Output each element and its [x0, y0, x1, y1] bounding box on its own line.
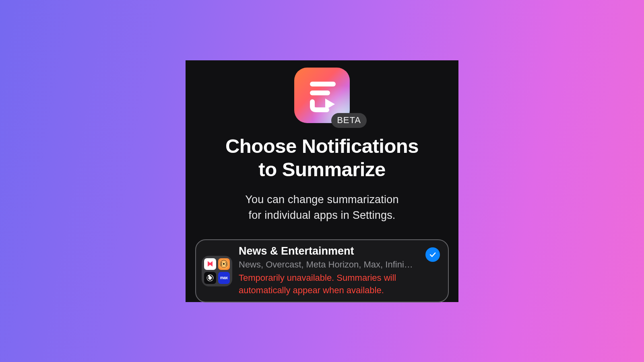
category-warning: Temporarily unavailable. Summaries will … — [239, 272, 416, 297]
checkmark-icon — [429, 251, 437, 259]
category-news-entertainment[interactable]: max News & Entertainment News, Overcast,… — [195, 239, 449, 302]
max-icon: max — [218, 272, 230, 284]
category-app-list: News, Overcast, Meta Horizon, Max, Infin… — [239, 258, 421, 271]
summarize-arrow-icon — [302, 75, 342, 115]
subtitle-line-2: for individual apps in Settings. — [248, 209, 395, 221]
svg-point-3 — [223, 263, 225, 265]
page-subtitle: You can change summarization for individ… — [245, 192, 398, 223]
title-line-2: to Summarize — [258, 158, 385, 180]
category-title: News & Entertainment — [239, 245, 442, 257]
beta-badge: BETA — [331, 113, 367, 128]
subtitle-line-1: You can change summarization — [245, 193, 398, 206]
category-warning-line-1: Temporarily unavailable. Summaries will — [239, 273, 396, 283]
category-folder-icon: max — [202, 256, 232, 286]
sync-icon — [204, 272, 216, 284]
category-text: News & Entertainment News, Overcast, Met… — [239, 245, 442, 297]
max-icon-label: max — [220, 276, 228, 280]
overcast-icon — [218, 258, 230, 270]
hero-icon-wrap: BETA — [294, 68, 350, 123]
page-title: Choose Notifications to Summarize — [225, 134, 419, 182]
title-line-1: Choose Notifications — [225, 135, 419, 157]
category-warning-line-2: automatically appear when available. — [239, 285, 384, 295]
settings-panel: BETA Choose Notifications to Summarize Y… — [186, 60, 458, 302]
news-icon — [204, 258, 216, 270]
